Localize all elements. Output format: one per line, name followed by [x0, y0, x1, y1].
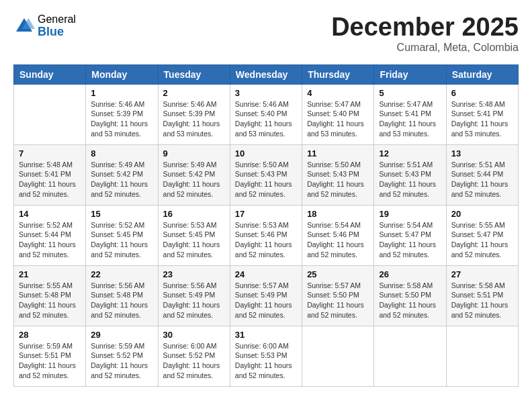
day-info: Sunrise: 5:59 AM Sunset: 5:51 PM Dayligh… — [19, 341, 81, 381]
calendar: SundayMondayTuesdayWednesdayThursdayFrid… — [13, 64, 519, 387]
day-info: Sunrise: 5:55 AM Sunset: 5:47 PM Dayligh… — [451, 220, 513, 260]
calendar-cell: 19Sunrise: 5:54 AM Sunset: 5:47 PM Dayli… — [374, 205, 446, 265]
day-info: Sunrise: 5:49 AM Sunset: 5:42 PM Dayligh… — [163, 160, 225, 199]
calendar-cell: 1Sunrise: 5:46 AM Sunset: 5:39 PM Daylig… — [86, 84, 158, 144]
calendar-cell: 10Sunrise: 5:50 AM Sunset: 5:43 PM Dayli… — [230, 144, 302, 205]
page-header: General Blue December 2025 Cumaral, Meta… — [13, 13, 519, 54]
day-number: 31 — [235, 330, 297, 340]
day-number: 23 — [163, 269, 225, 279]
month-title: December 2025 — [331, 13, 519, 42]
calendar-cell: 9Sunrise: 5:49 AM Sunset: 5:42 PM Daylig… — [158, 144, 230, 205]
logo: General Blue — [13, 13, 76, 38]
calendar-header-friday: Friday — [374, 64, 446, 84]
day-info: Sunrise: 5:48 AM Sunset: 5:41 PM Dayligh… — [19, 160, 81, 199]
day-info: Sunrise: 5:57 AM Sunset: 5:50 PM Dayligh… — [307, 281, 369, 320]
calendar-cell: 8Sunrise: 5:49 AM Sunset: 5:42 PM Daylig… — [86, 144, 158, 205]
day-number: 30 — [163, 330, 225, 340]
logo-general: General — [38, 13, 76, 26]
day-number: 19 — [379, 209, 441, 219]
day-number: 20 — [451, 209, 513, 219]
calendar-cell: 21Sunrise: 5:55 AM Sunset: 5:48 PM Dayli… — [14, 265, 86, 326]
day-number: 11 — [307, 148, 369, 158]
calendar-cell: 23Sunrise: 5:56 AM Sunset: 5:49 PM Dayli… — [158, 265, 230, 326]
day-info: Sunrise: 5:58 AM Sunset: 5:50 PM Dayligh… — [379, 281, 441, 320]
day-number: 10 — [235, 148, 297, 158]
calendar-week-row: 28Sunrise: 5:59 AM Sunset: 5:51 PM Dayli… — [14, 326, 519, 386]
calendar-week-row: 14Sunrise: 5:52 AM Sunset: 5:44 PM Dayli… — [14, 205, 519, 265]
day-info: Sunrise: 5:53 AM Sunset: 5:45 PM Dayligh… — [163, 220, 225, 260]
logo-text: General Blue — [38, 13, 76, 38]
day-number: 18 — [307, 209, 369, 219]
day-number: 25 — [307, 269, 369, 279]
day-number: 21 — [19, 269, 81, 279]
logo-blue: Blue — [38, 26, 76, 39]
calendar-cell: 6Sunrise: 5:48 AM Sunset: 5:41 PM Daylig… — [446, 84, 518, 144]
calendar-header-wednesday: Wednesday — [230, 64, 302, 84]
day-info: Sunrise: 5:56 AM Sunset: 5:49 PM Dayligh… — [163, 281, 225, 320]
day-number: 12 — [379, 148, 441, 158]
day-number: 4 — [307, 88, 369, 98]
calendar-cell: 3Sunrise: 5:46 AM Sunset: 5:40 PM Daylig… — [230, 84, 302, 144]
day-number: 3 — [235, 88, 297, 98]
day-info: Sunrise: 5:56 AM Sunset: 5:48 PM Dayligh… — [91, 281, 152, 320]
day-info: Sunrise: 5:49 AM Sunset: 5:42 PM Dayligh… — [91, 160, 152, 199]
calendar-cell: 13Sunrise: 5:51 AM Sunset: 5:44 PM Dayli… — [446, 144, 518, 205]
day-info: Sunrise: 5:50 AM Sunset: 5:43 PM Dayligh… — [235, 160, 297, 199]
calendar-cell: 2Sunrise: 5:46 AM Sunset: 5:39 PM Daylig… — [158, 84, 230, 144]
calendar-cell: 16Sunrise: 5:53 AM Sunset: 5:45 PM Dayli… — [158, 205, 230, 265]
calendar-cell: 4Sunrise: 5:47 AM Sunset: 5:40 PM Daylig… — [302, 84, 374, 144]
day-info: Sunrise: 5:48 AM Sunset: 5:41 PM Dayligh… — [451, 99, 513, 139]
day-info: Sunrise: 5:46 AM Sunset: 5:39 PM Dayligh… — [91, 99, 152, 139]
calendar-cell: 17Sunrise: 5:53 AM Sunset: 5:46 PM Dayli… — [230, 205, 302, 265]
day-number: 26 — [379, 269, 441, 279]
day-info: Sunrise: 5:51 AM Sunset: 5:43 PM Dayligh… — [379, 160, 441, 199]
calendar-header-sunday: Sunday — [14, 64, 86, 84]
calendar-cell: 20Sunrise: 5:55 AM Sunset: 5:47 PM Dayli… — [446, 205, 518, 265]
day-number: 14 — [19, 209, 81, 219]
calendar-cell: 5Sunrise: 5:47 AM Sunset: 5:41 PM Daylig… — [374, 84, 446, 144]
day-info: Sunrise: 6:00 AM Sunset: 5:52 PM Dayligh… — [163, 341, 225, 381]
calendar-week-row: 7Sunrise: 5:48 AM Sunset: 5:41 PM Daylig… — [14, 144, 519, 205]
calendar-cell: 24Sunrise: 5:57 AM Sunset: 5:49 PM Dayli… — [230, 265, 302, 326]
day-number: 13 — [451, 148, 513, 158]
day-number: 7 — [19, 148, 81, 158]
day-number: 15 — [91, 209, 152, 219]
day-number: 17 — [235, 209, 297, 219]
calendar-cell — [14, 84, 86, 144]
calendar-cell: 18Sunrise: 5:54 AM Sunset: 5:46 PM Dayli… — [302, 205, 374, 265]
day-number: 22 — [91, 269, 152, 279]
logo-icon — [13, 15, 35, 37]
calendar-header-thursday: Thursday — [302, 64, 374, 84]
day-info: Sunrise: 5:52 AM Sunset: 5:45 PM Dayligh… — [91, 220, 152, 260]
calendar-cell: 15Sunrise: 5:52 AM Sunset: 5:45 PM Dayli… — [86, 205, 158, 265]
calendar-header-monday: Monday — [86, 64, 158, 84]
day-number: 16 — [163, 209, 225, 219]
calendar-cell: 25Sunrise: 5:57 AM Sunset: 5:50 PM Dayli… — [302, 265, 374, 326]
day-info: Sunrise: 5:59 AM Sunset: 5:52 PM Dayligh… — [91, 341, 152, 381]
day-info: Sunrise: 5:57 AM Sunset: 5:49 PM Dayligh… — [235, 281, 297, 320]
calendar-cell: 26Sunrise: 5:58 AM Sunset: 5:50 PM Dayli… — [374, 265, 446, 326]
day-info: Sunrise: 5:52 AM Sunset: 5:44 PM Dayligh… — [19, 220, 81, 260]
calendar-header-row: SundayMondayTuesdayWednesdayThursdayFrid… — [14, 64, 519, 84]
calendar-header-saturday: Saturday — [446, 64, 518, 84]
calendar-cell — [446, 326, 518, 386]
title-section: December 2025 Cumaral, Meta, Colombia — [331, 13, 519, 54]
day-info: Sunrise: 5:51 AM Sunset: 5:44 PM Dayligh… — [451, 160, 513, 199]
calendar-cell — [302, 326, 374, 386]
day-info: Sunrise: 5:55 AM Sunset: 5:48 PM Dayligh… — [19, 281, 81, 320]
day-info: Sunrise: 5:54 AM Sunset: 5:46 PM Dayligh… — [307, 220, 369, 260]
calendar-cell: 11Sunrise: 5:50 AM Sunset: 5:43 PM Dayli… — [302, 144, 374, 205]
day-number: 2 — [163, 88, 225, 98]
day-info: Sunrise: 5:46 AM Sunset: 5:40 PM Dayligh… — [235, 99, 297, 139]
day-info: Sunrise: 5:46 AM Sunset: 5:39 PM Dayligh… — [163, 99, 225, 139]
day-number: 24 — [235, 269, 297, 279]
calendar-cell: 12Sunrise: 5:51 AM Sunset: 5:43 PM Dayli… — [374, 144, 446, 205]
calendar-week-row: 21Sunrise: 5:55 AM Sunset: 5:48 PM Dayli… — [14, 265, 519, 326]
calendar-cell: 27Sunrise: 5:58 AM Sunset: 5:51 PM Dayli… — [446, 265, 518, 326]
day-number: 9 — [163, 148, 225, 158]
day-number: 1 — [91, 88, 152, 98]
calendar-cell: 22Sunrise: 5:56 AM Sunset: 5:48 PM Dayli… — [86, 265, 158, 326]
calendar-cell: 31Sunrise: 6:00 AM Sunset: 5:53 PM Dayli… — [230, 326, 302, 386]
day-info: Sunrise: 5:58 AM Sunset: 5:51 PM Dayligh… — [451, 281, 513, 320]
day-info: Sunrise: 5:47 AM Sunset: 5:40 PM Dayligh… — [307, 99, 369, 139]
